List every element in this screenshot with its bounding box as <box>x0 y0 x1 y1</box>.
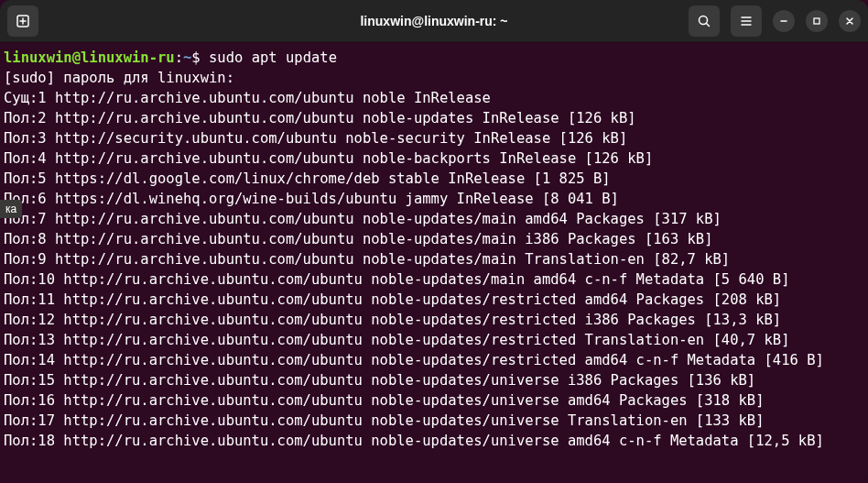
close-icon <box>845 16 854 26</box>
output-lines: Сущ:1 http://ru.archive.ubuntu.com/ubunt… <box>4 88 864 451</box>
svg-rect-2 <box>814 18 819 24</box>
terminal-output[interactable]: linuxwin@linuxwin-ru:~$ sudo apt update … <box>0 42 868 483</box>
titlebar: linuxwin@linuxwin-ru: ~ <box>0 0 868 42</box>
prompt-path: ~ <box>183 49 191 66</box>
output-line: Пол:6 https://dl.winehq.org/wine-builds/… <box>4 189 864 209</box>
output-line: Пол:7 http://ru.archive.ubuntu.com/ubunt… <box>4 209 864 229</box>
minimize-button[interactable] <box>773 10 795 32</box>
maximize-icon <box>812 16 821 26</box>
command-text: sudo apt update <box>209 49 337 66</box>
output-line: Пол:12 http://ru.archive.ubuntu.com/ubun… <box>4 310 864 330</box>
output-line: Пол:16 http://ru.archive.ubuntu.com/ubun… <box>4 390 864 411</box>
output-line: Пол:9 http://ru.archive.ubuntu.com/ubunt… <box>4 249 864 269</box>
output-line: Пол:2 http://ru.archive.ubuntu.com/ubunt… <box>4 108 864 128</box>
menu-button[interactable] <box>731 5 762 37</box>
output-line: Пол:4 http://ru.archive.ubuntu.com/ubunt… <box>4 148 864 169</box>
search-icon <box>697 14 711 28</box>
prompt-user: linuxwin@linuxwin-ru <box>4 49 175 66</box>
output-line: Пол:18 http://ru.archive.ubuntu.com/ubun… <box>4 431 864 451</box>
titlebar-right <box>689 5 861 37</box>
output-line: Пол:13 http://ru.archive.ubuntu.com/ubun… <box>4 330 864 350</box>
output-line: Сущ:1 http://ru.archive.ubuntu.com/ubunt… <box>4 88 864 108</box>
sudo-prompt-line: [sudo] пароль для linuxwin: <box>4 70 234 86</box>
window-title: linuxwin@linuxwin-ru: ~ <box>360 14 507 28</box>
output-line: Пол:10 http://ru.archive.ubuntu.com/ubun… <box>4 269 864 290</box>
maximize-button[interactable] <box>806 10 828 32</box>
side-panel-tab[interactable]: ка <box>0 200 22 218</box>
terminal-window: linuxwin@linuxwin-ru: ~ <box>0 0 868 483</box>
output-line: Пол:15 http://ru.archive.ubuntu.com/ubun… <box>4 370 864 390</box>
output-line: Пол:8 http://ru.archive.ubuntu.com/ubunt… <box>4 229 864 249</box>
new-tab-icon <box>16 14 30 28</box>
close-button[interactable] <box>839 10 861 32</box>
minimize-icon <box>779 16 788 26</box>
prompt-dollar: $ <box>191 49 209 66</box>
prompt-colon: : <box>175 49 183 66</box>
search-button[interactable] <box>689 5 720 37</box>
output-line: Пол:3 http://security.ubuntu.com/ubuntu … <box>4 128 864 148</box>
output-line: Пол:17 http://ru.archive.ubuntu.com/ubun… <box>4 411 864 431</box>
output-line: Пол:5 https://dl.google.com/linux/chrome… <box>4 169 864 189</box>
new-tab-button[interactable] <box>7 5 38 37</box>
titlebar-left <box>7 5 38 37</box>
output-line: Пол:11 http://ru.archive.ubuntu.com/ubun… <box>4 290 864 310</box>
output-line: Пол:14 http://ru.archive.ubuntu.com/ubun… <box>4 350 864 370</box>
hamburger-icon <box>739 14 754 28</box>
